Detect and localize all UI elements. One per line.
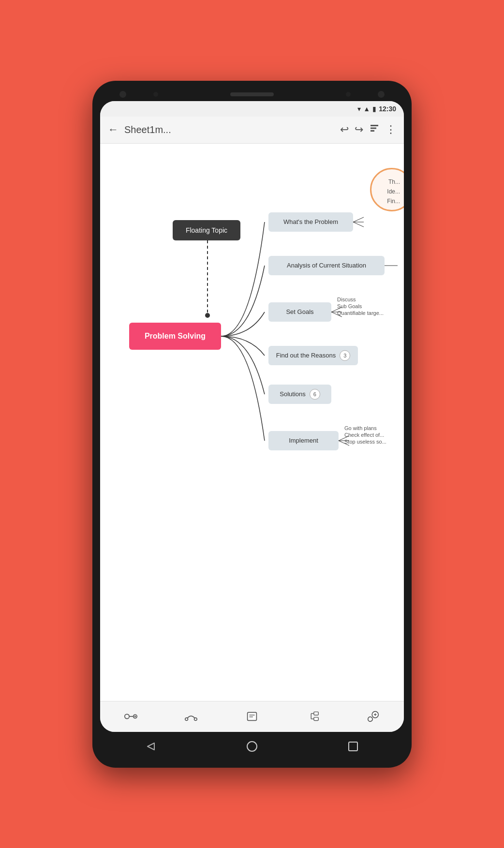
undo-button[interactable]: ↩ [340,123,349,136]
branch-label-whats-problem: What's the Problem [283,218,338,225]
add-connection-button[interactable] [176,707,206,726]
subitem-gowith: Go with plans [344,425,377,431]
branch-implement[interactable]: Implement [268,431,339,450]
find-reasons-badge: 3 [340,350,350,361]
central-node[interactable]: Problem Solving [129,323,221,350]
format-button[interactable] [369,123,380,136]
floating-topic-node[interactable]: Floating Topic [173,220,240,240]
subitem-stopuseless: Stop useless so... [344,439,386,445]
phone-device: ▾ ▲ ▮ 12:30 ← Sheet1m... ↩ ↪ ⋮ [92,81,412,768]
svg-rect-25 [313,712,318,715]
connection-lines [100,144,404,701]
svg-point-4 [205,313,210,318]
svg-rect-2 [371,130,374,132]
top-right-label-1: Th... [388,179,400,185]
svg-rect-1 [371,128,376,129]
branch-label-analysis: Analysis of Current Situation [287,262,366,269]
branch-find-reasons[interactable]: Find out the Reasons 3 [268,346,358,365]
camera-left [119,91,126,98]
add-note-button[interactable] [237,707,267,726]
floating-topic-label: Floating Topic [186,226,227,234]
dot-right [346,92,351,97]
top-right-label-3: Fin... [387,198,400,205]
top-right-label-2: Ide... [387,188,400,195]
redo-button[interactable]: ↪ [355,123,363,136]
more-options-button[interactable]: ⋮ [385,123,396,136]
mind-map-container: Floating Topic Problem Solving What's th… [100,144,404,701]
document-title: Sheet1m... [124,124,334,135]
svg-rect-0 [371,125,378,126]
status-icons: ▾ ▲ ▮ 12:30 [357,105,396,113]
battery-icon: ▮ [372,105,376,113]
home-nav-button[interactable] [244,739,260,754]
phone-top-bar [100,89,404,101]
speaker [230,92,274,96]
svg-line-5 [353,217,364,222]
svg-point-21 [194,718,197,721]
signal-icon: ▲ [363,105,370,113]
back-button[interactable]: ← [108,123,119,136]
solutions-badge: 6 [310,389,320,400]
branch-label-implement: Implement [289,437,318,444]
bottom-toolbar [100,701,404,732]
branch-label-solutions: Solutions [280,390,305,398]
subitem-subgoals: Sub Goals [337,303,362,309]
add-attachment-button[interactable] [358,707,388,726]
svg-rect-26 [313,717,318,721]
subitem-checkeffect: Check effect of... [344,432,384,438]
svg-marker-34 [148,743,154,750]
camera-right [378,91,385,98]
branch-set-goals[interactable]: Set Goals [268,302,331,322]
app-toolbar: ← Sheet1m... ↩ ↪ ⋮ [100,117,404,144]
subitem-discuss: Discuss [337,297,356,302]
phone-bottom-nav [100,732,404,758]
status-bar: ▾ ▲ ▮ 12:30 [100,101,404,117]
add-branch-button[interactable] [298,707,328,726]
mind-map-canvas[interactable]: Floating Topic Problem Solving What's th… [100,144,404,701]
recents-nav-button[interactable] [345,739,361,754]
branch-solutions[interactable]: Solutions 6 [268,385,331,404]
subitem-quantifiable: Quantifiable targe... [337,310,384,316]
phone-screen: ▾ ▲ ▮ 12:30 ← Sheet1m... ↩ ↪ ⋮ [100,101,404,732]
branch-label-set-goals: Set Goals [286,308,313,315]
branch-whats-problem[interactable]: What's the Problem [268,212,353,232]
branch-analysis[interactable]: Analysis of Current Situation [268,256,385,275]
svg-point-20 [185,718,188,721]
branch-label-find-reasons: Find out the Reasons [276,352,336,359]
wifi-icon: ▾ [357,105,361,113]
svg-point-15 [125,714,129,718]
dot-left [153,92,158,97]
time-display: 12:30 [379,105,396,113]
svg-point-33 [368,717,372,721]
svg-line-7 [353,222,364,227]
central-node-label: Problem Solving [145,332,206,341]
svg-rect-22 [248,713,257,721]
back-nav-button[interactable] [143,739,159,754]
add-topic-button[interactable] [116,707,146,726]
